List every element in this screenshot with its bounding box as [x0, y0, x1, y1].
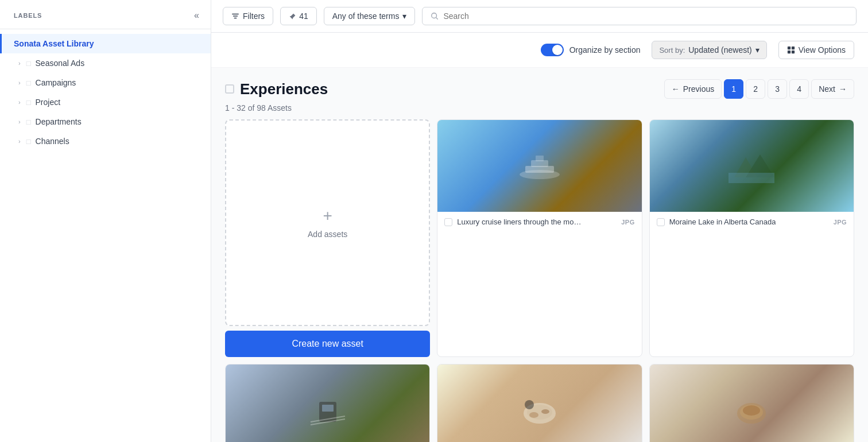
folder-icon: □ — [26, 118, 31, 126]
asset-thumbnail-lake — [650, 120, 854, 212]
asset-thumbnail-bread — [650, 365, 854, 442]
section-title: Experiences — [240, 80, 328, 98]
section-header: Experiences ← Previous 1 2 3 4 — [225, 68, 854, 103]
toggle-knob — [552, 45, 563, 55]
sidebar-item-campaigns[interactable]: › □ Campaigns — [0, 73, 211, 92]
chevron-icon: › — [18, 118, 21, 125]
lake-thumbnail-svg — [728, 149, 774, 183]
add-assets-card[interactable]: + Add assets — [225, 119, 430, 326]
section-checkbox[interactable] — [225, 84, 234, 94]
sidebar-item-seasonal[interactable]: › □ Seasonal Ads — [0, 53, 211, 73]
folder-icon: □ — [26, 98, 31, 107]
page-2-button[interactable]: 2 — [746, 79, 765, 99]
sidebar-item-label: Project — [36, 98, 61, 107]
svg-point-19 — [541, 409, 549, 414]
asset-checkbox-lake[interactable] — [657, 218, 665, 226]
svg-point-23 — [743, 405, 760, 416]
sidebar-nav: Sonata Asset Library › □ Seasonal Ads › … — [0, 29, 211, 442]
sort-dropdown-button[interactable]: Sort by: Updated (newest) ▾ — [652, 41, 766, 59]
sort-chevron-icon: ▾ — [755, 45, 760, 55]
asset-card-food[interactable]: Culinary-Japan-603945 JPEG — [437, 364, 642, 442]
organize-toggle-switch[interactable] — [541, 44, 564, 56]
terms-dropdown-button[interactable]: Any of these terms ▾ — [324, 7, 416, 25]
next-button[interactable]: Next → — [811, 79, 854, 99]
collapse-icon: « — [194, 10, 199, 21]
grid-icon — [787, 46, 795, 54]
sidebar-item-label: Departments — [36, 117, 82, 126]
chevron-down-icon: ▾ — [402, 11, 406, 21]
sidebar-item-label: Channels — [36, 137, 69, 146]
pin-count-button[interactable]: 41 — [280, 7, 317, 25]
section-title-row: Experiences — [225, 80, 328, 98]
svg-rect-4 — [792, 51, 795, 53]
pin-icon — [289, 13, 296, 20]
chevron-icon: › — [18, 99, 21, 106]
sidebar-item-label: Sonata Asset Library — [14, 39, 94, 48]
page-1-button[interactable]: 1 — [724, 79, 743, 99]
view-options-button[interactable]: View Options — [778, 41, 854, 59]
asset-card-cruise[interactable]: Luxury cruise liners through the most s.… — [437, 119, 642, 357]
asset-thumbnail-food — [437, 365, 641, 442]
folder-icon: □ — [26, 79, 31, 87]
view-options-label: View Options — [799, 45, 846, 55]
page-4-button[interactable]: 4 — [789, 79, 809, 99]
svg-point-20 — [525, 400, 534, 409]
asset-checkbox-cruise[interactable] — [444, 218, 452, 226]
sidebar-item-project[interactable]: › □ Project — [0, 92, 211, 112]
asset-type-cruise: JPG — [621, 219, 634, 226]
sidebar-item-label: Campaigns — [36, 78, 76, 87]
asset-type-lake: JPG — [834, 219, 847, 226]
asset-name-lake: Moraine Lake in Alberta Canada — [669, 218, 776, 226]
add-assets-column: + Add assets Create new asset — [225, 119, 430, 357]
sidebar-collapse-button[interactable]: « — [194, 10, 199, 21]
asset-footer-cruise: Luxury cruise liners through the most s.… — [437, 212, 641, 232]
previous-button[interactable]: ← Previous — [664, 79, 722, 99]
asset-name-cruise: Luxury cruise liners through the most s.… — [457, 218, 583, 226]
svg-rect-2 — [792, 46, 795, 49]
labels-title: LABELS — [14, 12, 42, 19]
options-bar: Organize by section Sort by: Updated (ne… — [211, 33, 868, 68]
search-icon — [431, 12, 439, 20]
svg-point-18 — [529, 412, 538, 418]
pagination: ← Previous 1 2 3 4 Next → — [664, 79, 854, 99]
sidebar-item-label: Seasonal Ads — [36, 59, 85, 68]
filter-icon — [231, 12, 239, 20]
sidebar-header: LABELS « — [0, 0, 211, 29]
organize-label: Organize by section — [569, 45, 641, 55]
sort-value: Updated (newest) — [688, 45, 752, 55]
asset-thumbnail-cruise — [437, 120, 641, 212]
asset-card-lake[interactable]: Moraine Lake in Alberta Canada JPG — [649, 119, 854, 357]
content-area: Experiences ← Previous 1 2 3 4 — [211, 68, 868, 442]
right-arrow-icon: → — [839, 84, 847, 94]
asset-card-train[interactable]: Take a train through the Swiss Alps GIF — [225, 364, 430, 442]
asset-footer-lake: Moraine Lake in Alberta Canada JPG — [650, 212, 854, 232]
asset-thumbnail-train — [226, 365, 429, 442]
svg-rect-13 — [322, 405, 334, 412]
page-3-button[interactable]: 3 — [768, 79, 787, 99]
folder-icon: □ — [26, 59, 31, 68]
cruise-thumbnail-svg — [517, 149, 563, 183]
svg-rect-11 — [728, 173, 774, 183]
svg-rect-1 — [788, 46, 790, 49]
add-assets-label: Add assets — [308, 230, 347, 239]
svg-rect-8 — [536, 156, 544, 161]
create-asset-button[interactable]: Create new asset — [225, 331, 430, 357]
add-assets-plus-icon: + — [323, 207, 332, 225]
asset-count: 1 - 32 of 98 Assets — [225, 103, 854, 119]
chevron-icon: › — [18, 79, 21, 86]
search-input[interactable] — [443, 11, 848, 21]
bread-thumbnail-svg — [728, 393, 774, 428]
sidebar: LABELS « Sonata Asset Library › □ Season… — [0, 0, 211, 442]
sidebar-item-channels[interactable]: › □ Channels — [0, 131, 211, 151]
chevron-icon: › — [18, 60, 21, 67]
asset-card-bread[interactable]: Florence-piece-of-kneaded-raw-dough JPG — [649, 364, 854, 442]
filter-bar: Filters 41 Any of these terms ▾ — [211, 0, 868, 33]
search-bar — [422, 7, 857, 25]
sidebar-item-departments[interactable]: › □ Departments — [0, 112, 211, 131]
folder-icon: □ — [26, 137, 31, 146]
svg-rect-3 — [788, 51, 790, 53]
organize-toggle: Organize by section — [541, 44, 641, 56]
filters-button[interactable]: Filters — [223, 7, 273, 25]
train-thumbnail-svg — [305, 393, 351, 428]
sidebar-item-sonata[interactable]: Sonata Asset Library — [0, 34, 211, 53]
